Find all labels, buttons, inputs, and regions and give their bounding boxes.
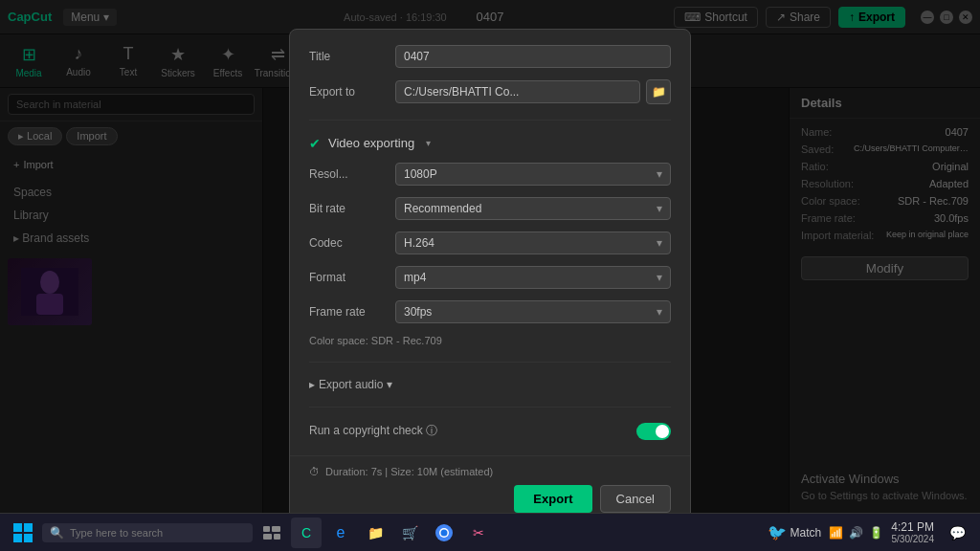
modal-cancel-button[interactable]: Cancel [600, 485, 671, 513]
app-icon-2: ✂ [473, 525, 484, 540]
separator-2 [309, 362, 671, 363]
clock-display: 4:21 PM 5/30/2024 [891, 520, 934, 544]
battery-icon: 🔋 [869, 526, 883, 540]
taskbar-app-explorer[interactable]: 📁 [360, 518, 390, 548]
bird-icon: 🐦 [768, 523, 787, 541]
bitrate-row: Bit rate Recommended ▾ [309, 197, 671, 220]
export-to-row: Export to 📁 [309, 79, 671, 104]
taskview-button[interactable] [256, 518, 287, 548]
svg-rect-7 [263, 526, 270, 532]
checkbox-checked-icon: ✔ [309, 136, 321, 151]
resolution-select[interactable]: 1080P ▾ [395, 163, 671, 186]
codec-select[interactable]: H.264 ▾ [395, 231, 671, 254]
start-button[interactable] [8, 518, 38, 548]
explorer-icon: 📁 [368, 525, 384, 540]
export-audio-section[interactable]: ▸ Export audio ▾ [309, 378, 671, 391]
svg-rect-4 [24, 523, 33, 532]
bitrate-select[interactable]: Recommended ▾ [395, 197, 671, 220]
svg-rect-3 [13, 523, 22, 532]
match-text: Match [791, 526, 822, 540]
edge-icon: e [337, 524, 345, 541]
taskbar-right: 🐦 Match 📶 🔊 🔋 4:21 PM 5/30/2024 💬 [768, 518, 972, 548]
codec-row: Codec H.264 ▾ [309, 231, 671, 254]
export-modal: Title Export to 📁 ✔ Video exporting ▾ [289, 29, 691, 523]
format-row: Format mp4 ▾ [309, 266, 671, 289]
svg-rect-6 [24, 534, 33, 542]
copyright-toggle[interactable] [636, 423, 671, 440]
modal-body: Title Export to 📁 ✔ Video exporting ▾ [290, 30, 690, 455]
chevron-down-icon: ▾ [657, 271, 662, 284]
folder-icon: 📁 [652, 85, 666, 99]
taskbar-app-capcut2[interactable]: ✂ [463, 518, 494, 548]
taskbar-app-capcut[interactable]: C [291, 518, 322, 548]
notification-button[interactable]: 💬 [942, 518, 972, 548]
modal-overlay: Title Export to 📁 ✔ Video exporting ▾ [0, 0, 980, 551]
svg-rect-8 [272, 526, 280, 532]
taskbar-app-chrome[interactable] [429, 518, 459, 548]
taskbar-search-input[interactable] [70, 527, 223, 539]
chevron-down-icon: ▾ [657, 305, 662, 319]
svg-rect-9 [263, 534, 272, 540]
framerate-row: Frame rate 30fps ▾ [309, 300, 671, 323]
chevron-down-icon: ▾ [657, 236, 662, 250]
notification-icon: 💬 [949, 525, 966, 540]
chevron-down-icon: ▾ [657, 202, 662, 215]
separator-3 [309, 407, 671, 408]
network-icon: 📶 [829, 526, 843, 540]
svg-point-13 [441, 529, 448, 536]
chrome-icon [435, 524, 453, 541]
modal-export-button[interactable]: Export [514, 485, 591, 513]
search-icon: 🔍 [50, 526, 64, 540]
volume-icon: 🔊 [849, 526, 863, 540]
separator-1 [309, 120, 671, 121]
chevron-down-icon: ▾ [657, 167, 662, 181]
store-icon: 🛒 [402, 525, 418, 540]
video-exporting-section: ✔ Video exporting ▾ [309, 136, 671, 151]
taskbar-search[interactable]: 🔍 [42, 523, 253, 542]
resolution-row: Resol... 1080P ▾ [309, 163, 671, 186]
toggle-knob [656, 425, 669, 438]
taskbar-app-store[interactable]: 🛒 [394, 518, 425, 548]
windows-logo-icon [13, 523, 33, 542]
chevron-icon: ▾ [387, 378, 392, 391]
framerate-select[interactable]: 30fps ▾ [395, 300, 671, 323]
taskbar: 🔍 C e 📁 🛒 ✂ 🐦 Match [0, 513, 980, 551]
footer-info: ⏱ Duration: 7s | Size: 10M (estimated) [309, 466, 671, 477]
svg-rect-5 [13, 534, 22, 542]
folder-browse-button[interactable]: 📁 [646, 79, 671, 104]
footer-buttons: Export Cancel [309, 485, 671, 513]
system-tray: 🐦 Match [768, 523, 822, 541]
copyright-row: Run a copyright check ⓘ [309, 423, 671, 440]
color-space-display: Color space: SDR - Rec.709 [309, 335, 671, 346]
title-row: Title [309, 45, 671, 68]
taskbar-app-edge[interactable]: e [325, 518, 356, 548]
sys-tray-icons: 📶 🔊 🔋 [829, 526, 883, 540]
export-path-input[interactable] [395, 80, 640, 103]
title-input[interactable] [395, 45, 671, 68]
arrow-right-icon: ▸ [309, 378, 315, 391]
modal-footer: ⏱ Duration: 7s | Size: 10M (estimated) E… [290, 455, 690, 522]
format-select[interactable]: mp4 ▾ [395, 266, 671, 289]
capcut-taskbar-icon: C [301, 525, 311, 540]
duration-icon: ⏱ [309, 466, 320, 477]
taskview-icon [263, 526, 280, 540]
svg-rect-10 [274, 534, 280, 540]
